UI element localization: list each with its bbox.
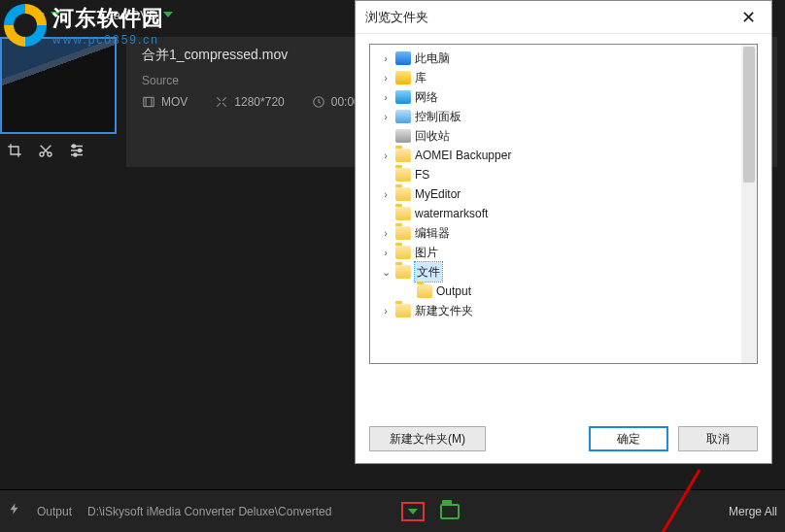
dialog-title: 浏览文件夹 — [365, 9, 428, 26]
tree-item-label: watermarksoft — [415, 204, 488, 223]
tree-item[interactable]: ›编辑器 — [380, 223, 757, 243]
cancel-button[interactable]: 取消 — [678, 426, 758, 451]
bolt-icon[interactable] — [8, 499, 21, 523]
tree-item[interactable]: watermarksoft — [380, 204, 757, 223]
tree-item-label: 新建文件夹 — [415, 301, 473, 320]
merge-all-toggle[interactable]: Merge All — [729, 505, 777, 518]
expand-toggle-icon[interactable]: › — [380, 184, 392, 204]
browse-folder-dialog: 浏览文件夹 ✕ ›此电脑›库›网络›控制面板回收站›AOMEI Backuppe… — [355, 0, 772, 464]
output-path: D:\iSkysoft iMedia Converter Deluxe\Conv… — [87, 505, 331, 518]
tree-item[interactable]: ›库 — [380, 68, 757, 87]
svg-rect-5 — [144, 97, 154, 106]
net-icon — [395, 90, 411, 104]
site-watermark: 河东软件园 www.pc0359.cn — [4, 4, 198, 47]
tree-item[interactable]: ›此电脑 — [380, 49, 757, 68]
video-thumbnail[interactable] — [0, 37, 117, 134]
tree-item-label: 文件 — [415, 262, 442, 282]
fold-icon — [395, 226, 411, 240]
tree-item-label: AOMEI Backupper — [415, 146, 511, 165]
trash-icon — [395, 129, 411, 143]
tree-item-label: 此电脑 — [415, 49, 450, 68]
bottom-bar: Output D:\iSkysoft iMedia Converter Delu… — [0, 489, 785, 532]
fold-icon — [395, 246, 411, 259]
ok-button[interactable]: 确定 — [589, 426, 668, 451]
folder-tree[interactable]: ›此电脑›库›网络›控制面板回收站›AOMEI BackupperFS›MyEd… — [369, 44, 758, 364]
watermark-name: 河东软件园 — [52, 4, 164, 33]
chevron-down-icon — [408, 509, 418, 515]
fold-icon — [417, 284, 432, 298]
tree-item-label: 库 — [415, 68, 427, 87]
scrollbar-thumb[interactable] — [743, 47, 755, 183]
scrollbar[interactable] — [741, 45, 757, 363]
svg-point-3 — [79, 150, 82, 152]
expand-toggle-icon[interactable]: ⌄ — [380, 262, 392, 282]
expand-toggle-icon[interactable]: › — [380, 223, 392, 243]
lib-icon — [395, 71, 411, 84]
expand-toggle-icon[interactable]: › — [380, 49, 392, 68]
tree-item-label: MyEditor — [415, 184, 461, 204]
clock-icon — [312, 95, 325, 109]
media-format: MOV — [161, 95, 188, 109]
tree-item-label: 编辑器 — [415, 223, 450, 243]
fold-icon — [395, 304, 411, 317]
tree-item-label: Output — [436, 282, 471, 301]
tree-item-label: 网络 — [415, 87, 438, 107]
tree-item[interactable]: 回收站 — [380, 126, 757, 146]
fold-icon — [395, 149, 411, 162]
crop-icon[interactable] — [6, 142, 23, 159]
expand-toggle-icon[interactable]: › — [380, 243, 392, 262]
fold-icon — [395, 187, 411, 201]
tree-item-label: 回收站 — [415, 126, 450, 146]
tree-item-label: FS — [415, 165, 429, 184]
pc-icon — [395, 51, 411, 65]
new-folder-button[interactable]: 新建文件夹(M) — [369, 426, 486, 451]
tree-item[interactable]: ›MyEditor — [380, 184, 757, 204]
adjust-icon[interactable] — [68, 142, 85, 159]
resolution-icon — [215, 95, 228, 109]
tree-item[interactable]: ⌄文件 — [380, 262, 757, 282]
film-icon — [142, 95, 155, 109]
expand-toggle-icon[interactable]: › — [380, 87, 392, 107]
fold-icon — [395, 207, 411, 220]
media-resolution: 1280*720 — [234, 95, 284, 109]
expand-toggle-icon[interactable]: › — [380, 301, 392, 320]
svg-point-2 — [73, 145, 76, 148]
output-path-dropdown[interactable] — [401, 502, 425, 521]
fold-icon — [395, 168, 411, 182]
tree-item[interactable]: ›图片 — [380, 243, 757, 262]
tree-item-label: 控制面板 — [415, 107, 461, 126]
watermark-logo-icon — [4, 4, 47, 47]
open-output-folder-button[interactable] — [440, 504, 460, 519]
expand-toggle-icon[interactable]: › — [380, 68, 392, 87]
expand-toggle-icon[interactable]: › — [380, 107, 392, 126]
tree-item[interactable]: ›网络 — [380, 87, 757, 107]
tree-item[interactable]: ›控制面板 — [380, 107, 757, 126]
expand-toggle-icon[interactable]: › — [380, 146, 392, 165]
ctrl-icon — [395, 110, 411, 123]
tree-item[interactable]: ›AOMEI Backupper — [380, 146, 757, 165]
close-icon[interactable]: ✕ — [735, 7, 762, 28]
tree-item[interactable]: ›新建文件夹 — [380, 301, 757, 320]
output-label: Output — [37, 505, 72, 518]
fold-icon — [395, 265, 411, 279]
tree-item[interactable]: FS — [380, 165, 757, 184]
tree-item-label: 图片 — [415, 243, 438, 262]
svg-point-4 — [74, 153, 77, 156]
watermark-url: www.pc0359.cn — [52, 33, 164, 47]
tree-item[interactable]: Output — [401, 282, 757, 301]
cut-icon[interactable] — [37, 142, 54, 159]
